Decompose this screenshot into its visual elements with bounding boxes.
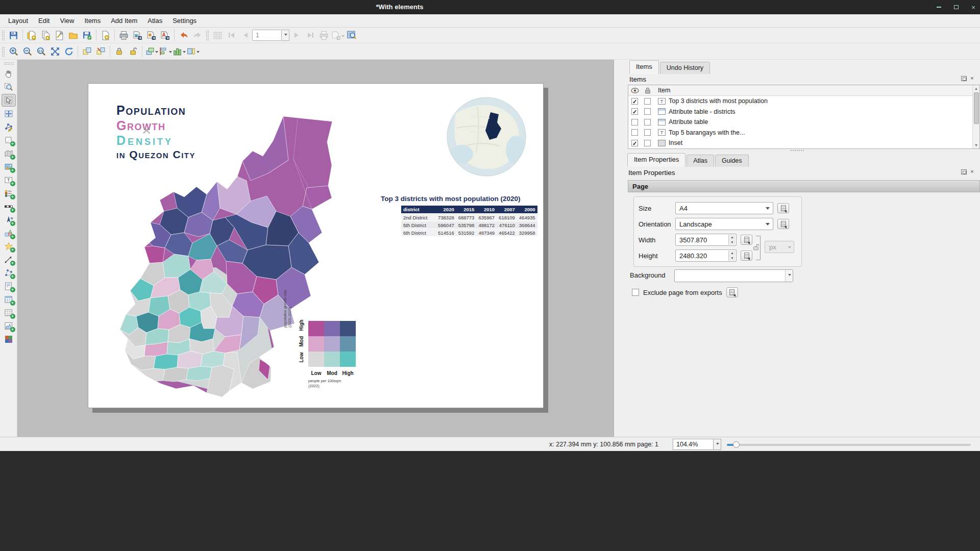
float-panel-icon[interactable] [961,169,967,174]
distribute-items-button[interactable] [172,45,186,58]
zoom-slider[interactable] [727,444,971,446]
visibility-checkbox[interactable]: ✓ [631,98,638,105]
layout-page[interactable]: Population Growth Density in Quezon City… [88,83,544,408]
new-layout-button[interactable]: ✷ [25,29,39,42]
panel-splitter-handle[interactable] [790,149,804,152]
add-html-button[interactable]: </> + [2,280,16,292]
group-items-button[interactable] [80,45,94,58]
add-scalebar-button[interactable]: + [2,200,16,213]
zoom-actual-button[interactable]: 1:1 [34,45,48,58]
height-override-button[interactable] [741,251,752,261]
close-panel-icon[interactable]: × [969,169,975,174]
page-section-header[interactable]: Page [628,180,980,192]
orientation-combo[interactable]: Landscape [675,218,773,230]
width-override-button[interactable] [741,235,752,245]
visibility-checkbox[interactable]: ✓ [631,108,638,115]
menu-settings[interactable]: Settings [167,15,202,27]
visibility-checkbox[interactable] [631,119,638,126]
atlas-settings-button[interactable] [345,29,358,42]
save-as-template-button[interactable] [80,29,94,42]
export-svg-button[interactable]: ✱ [144,29,158,42]
print-button[interactable] [117,29,131,42]
exclude-override-button[interactable] [726,287,738,297]
export-pdf-button[interactable]: A [158,29,172,42]
spin-buttons[interactable]: ▲▼ [728,251,736,261]
lock-checkbox[interactable] [644,140,651,146]
scroll-up-icon[interactable]: ▲ [973,85,979,92]
units-combo[interactable]: px [765,241,794,253]
float-panel-icon[interactable] [961,76,967,81]
raise-items-button[interactable] [144,45,158,58]
align-items-button[interactable] [158,45,172,58]
spin-buttons[interactable]: ▲▼ [728,235,736,245]
districts-table-item[interactable]: district 2020 2015 2010 2007 2000 2nd Di… [401,206,537,236]
orientation-override-button[interactable] [777,219,789,229]
edit-nodes-item-tool-button[interactable] [2,120,16,133]
menu-add-item[interactable]: Add Item [106,15,142,27]
layout-canvas[interactable]: Population Growth Density in Quezon City… [17,60,613,437]
add-legend-button[interactable]: + [2,187,16,199]
size-override-button[interactable] [777,203,789,213]
inset-map-item[interactable] [447,97,526,177]
add-pages-button[interactable]: ✷ [99,29,112,42]
layout-title-item[interactable]: Population Growth Density in Quezon City [116,103,195,161]
tab-undo-history[interactable]: Undo History [660,62,710,74]
select-move-item-tool-button[interactable] [2,94,16,107]
add-marker-button[interactable]: + [2,240,16,253]
tab-items[interactable]: Items [629,60,659,74]
swatch-dropdown[interactable] [785,270,793,282]
zoom-out-button[interactable] [20,45,34,58]
menu-edit[interactable]: Edit [33,15,55,27]
zoom-level-combo[interactable]: 104.4% [673,439,714,450]
atlas-page-combo[interactable]: 1 [252,30,282,41]
scroll-down-icon[interactable]: ▼ [973,142,979,148]
close-panel-icon[interactable]: × [969,76,975,81]
item-row-inset[interactable]: ✓ Inset [628,138,979,148]
preview-atlas-button[interactable] [211,29,225,42]
add-attribute-table-button[interactable]: + [2,293,16,306]
add-label-button[interactable]: T + [2,173,16,186]
add-arrow-button[interactable]: + [2,253,16,266]
tab-item-properties[interactable]: Item Properties [627,153,685,167]
width-spinbox[interactable]: 3507.870 ▲▼ [675,234,737,246]
save-project-button[interactable] [7,29,20,42]
close-button[interactable]: × [969,3,978,11]
zoom-level-dropdown[interactable] [714,439,721,450]
undo-button[interactable] [177,29,190,42]
height-spinbox[interactable]: 2480.320 ▲▼ [675,249,737,262]
duplicate-layout-button[interactable]: ✷ [39,29,53,42]
redo-button[interactable] [190,29,204,42]
layout-manager-button[interactable] [53,29,66,42]
page-size-combo[interactable]: A4 [675,202,773,214]
menu-layout[interactable]: Layout [3,15,33,27]
scrollbar-thumb[interactable] [974,92,979,124]
menu-view[interactable]: View [55,15,79,27]
move-item-content-tool-button[interactable] [2,107,16,120]
add-chart-button[interactable] [2,333,16,345]
lock-checkbox[interactable] [644,98,651,105]
zoom-slider-handle[interactable] [733,441,740,448]
add-north-arrow-button[interactable]: N + [2,213,16,226]
previous-feature-button[interactable] [238,29,252,42]
visibility-checkbox[interactable] [631,129,638,136]
zoom-full-button[interactable] [48,45,62,58]
print-atlas-button[interactable] [317,29,331,42]
tab-guides[interactable]: Guides [715,155,749,167]
item-row-top5[interactable]: TTop 5 barangays with the... [628,128,979,138]
add-items-from-template-button[interactable] [66,29,80,42]
items-list-scrollbar[interactable]: ▲ ▼ [972,85,979,148]
exclude-page-checkbox[interactable] [632,289,639,296]
lock-checkbox[interactable] [644,129,651,136]
zoom-tool-button[interactable] [2,81,16,93]
minimize-button[interactable] [934,3,943,11]
add-fixed-table-button[interactable]: + [2,306,16,319]
unlock-items-button[interactable] [126,45,140,58]
tab-atlas[interactable]: Atlas [687,155,714,167]
visibility-checkbox[interactable]: ✓ [631,140,638,146]
item-row-top3[interactable]: ✓ TTop 3 districts with most population [628,96,979,107]
zoom-in-button[interactable] [7,45,20,58]
add-map-button[interactable]: + [2,134,16,146]
atlas-page-dropdown[interactable] [282,30,289,41]
background-color-swatch[interactable] [674,269,793,282]
resize-items-button[interactable] [186,45,200,58]
